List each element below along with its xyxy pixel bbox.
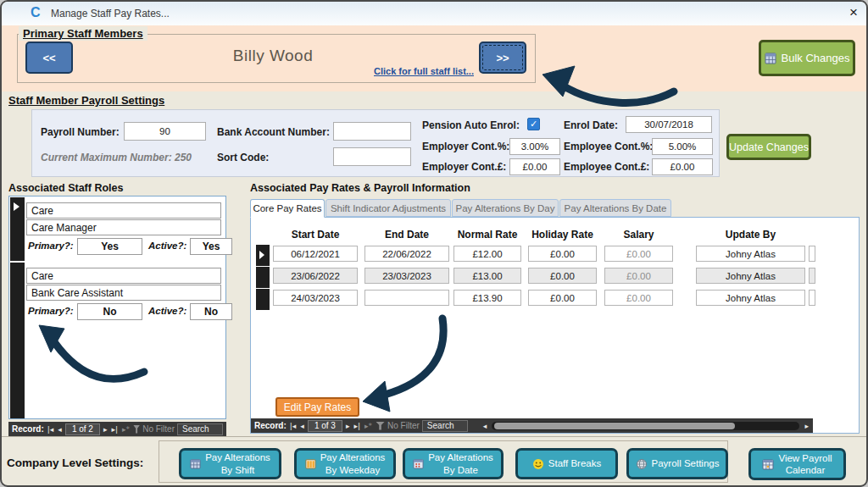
employer-amt-label: Employer Cont.£: <box>422 161 506 173</box>
tab-core-pay-rates[interactable]: Core Pay Rates <box>250 199 325 218</box>
salary-cell[interactable]: £0.00 <box>604 268 673 284</box>
last-record-button[interactable]: ▸| <box>353 422 361 430</box>
normal-rate-cell[interactable]: £13.90 <box>453 290 521 306</box>
bank-account-label: Bank Account Number: <box>217 126 330 138</box>
current-record-arrow-icon <box>14 202 19 211</box>
row-selector[interactable] <box>256 289 270 310</box>
row-selector[interactable] <box>256 245 270 266</box>
employee-pct-field[interactable]: 5.00% <box>652 138 713 155</box>
record-label: Record: <box>12 424 44 434</box>
primary-value-field[interactable]: Yes <box>77 238 142 255</box>
previous-staff-button[interactable]: << <box>25 42 73 74</box>
no-filter-label[interactable]: No Filter <box>142 424 175 434</box>
holiday-rate-cell[interactable]: £0.00 <box>528 290 597 306</box>
holiday-rate-cell[interactable]: £0.00 <box>528 268 597 284</box>
role-field[interactable]: Care <box>26 268 221 284</box>
staff-roles-heading: Associated Staff Roles <box>8 182 123 194</box>
salary-cell[interactable]: £0.00 <box>604 290 673 306</box>
tab-pay-alterations-by-date[interactable]: Pay Alterations By Date <box>559 199 671 217</box>
roles-search-input[interactable]: Search <box>177 423 223 435</box>
filter-icon[interactable] <box>133 425 140 434</box>
end-date-cell[interactable]: 23/03/2023 <box>364 268 449 284</box>
button-label: Pay AlterationsBy Weekday <box>320 451 386 476</box>
next-record-button[interactable]: ▸ <box>345 422 351 430</box>
end-date-cell[interactable]: 22/06/2022 <box>364 246 449 262</box>
view-payroll-calendar-button[interactable]: View PayrollCalendar <box>748 448 846 480</box>
active-value-field[interactable]: Yes <box>190 238 232 255</box>
next-record-button[interactable]: ▸ <box>103 425 108 434</box>
update-by-cell[interactable]: Johny Atlas <box>696 290 805 306</box>
end-date-cell[interactable] <box>364 290 449 306</box>
button-label: Payroll Settings <box>652 457 720 469</box>
previous-record-button[interactable]: ◂ <box>57 425 63 434</box>
button-label: View PayrollCalendar <box>778 452 832 477</box>
staff-roles-list: Care Care Manager Primary?: Yes Active?:… <box>8 196 226 419</box>
salary-cell[interactable]: £0.00 <box>604 246 673 262</box>
next-staff-button[interactable]: >> <box>479 42 526 74</box>
weekday-columns-icon <box>305 458 316 469</box>
window-title: Manage Staff Pay Rates... <box>51 8 170 19</box>
edit-pay-rates-button[interactable]: Edit Pay Rates <box>275 397 359 417</box>
employer-pct-field[interactable]: 3.00% <box>509 138 560 155</box>
start-date-cell[interactable]: 23/06/2022 <box>273 268 358 284</box>
normal-rate-cell[interactable]: £12.00 <box>453 246 521 262</box>
new-record-button[interactable]: ▸* <box>364 422 373 430</box>
manage-staff-pay-rates-window: C Manage Staff Pay Rates... × Primary St… <box>0 0 868 487</box>
pay-alterations-by-date-button[interactable]: Pay AlterationsBy Date <box>403 448 504 479</box>
payroll-settings-button[interactable]: Payroll Settings <box>626 448 728 479</box>
row-selector[interactable] <box>256 267 270 288</box>
no-filter-label[interactable]: No Filter <box>387 421 420 430</box>
pension-auto-enrol-checkbox[interactable]: ✓ <box>527 118 540 130</box>
tab-shift-indicator-adjustments[interactable]: Shift Indicator Adjustments <box>326 199 451 217</box>
sort-code-label: Sort Code: <box>217 152 269 163</box>
previous-record-button[interactable]: ◂ <box>299 422 305 430</box>
active-label: Active?: <box>148 241 186 251</box>
staff-breaks-button[interactable]: Staff Breaks <box>515 448 618 479</box>
current-row-arrow-icon <box>259 251 264 259</box>
first-record-button[interactable]: |◂ <box>47 425 55 434</box>
record-selector[interactable] <box>10 263 25 418</box>
pay-alterations-by-weekday-button[interactable]: Pay AlterationsBy Weekday <box>294 448 396 479</box>
role-field[interactable]: Care <box>26 202 221 219</box>
employer-amt-field[interactable]: £0.00 <box>509 158 560 175</box>
full-staff-list-link[interactable]: Click for full staff list... <box>356 66 492 76</box>
employer-pct-label: Employer Cont.%: <box>422 141 509 152</box>
update-changes-button[interactable]: Update Changes <box>726 134 811 160</box>
pay-rates-search-input[interactable]: Search <box>422 420 468 432</box>
globe-icon <box>636 458 648 470</box>
payroll-number-field[interactable]: 90 <box>124 122 206 141</box>
pay-alterations-by-shift-button[interactable]: Pay AlterationsBy Shift <box>179 448 281 479</box>
bank-account-field[interactable] <box>333 122 411 141</box>
role-title-field[interactable]: Care Manager <box>26 219 221 235</box>
primary-value-field[interactable]: No <box>77 303 142 320</box>
enrol-date-field[interactable]: 30/07/2018 <box>626 116 712 133</box>
new-record-button[interactable]: ▸* <box>121 425 131 434</box>
scrollbar-thumb[interactable] <box>494 423 734 429</box>
role-title-field[interactable]: Bank Care Assistant <box>26 285 221 301</box>
horizontal-scrollbar[interactable] <box>492 422 799 430</box>
last-record-button[interactable]: ▸| <box>110 425 119 434</box>
scroll-right-button[interactable]: ▸ <box>804 422 810 430</box>
filter-icon[interactable] <box>376 422 385 430</box>
close-button[interactable]: × <box>849 4 858 21</box>
calendar-date-icon <box>413 458 424 469</box>
first-record-button[interactable]: |◂ <box>289 422 298 430</box>
start-date-cell[interactable]: 06/12/2021 <box>273 246 358 262</box>
column-header: Salary <box>604 229 673 241</box>
start-date-cell[interactable]: 24/03/2023 <box>273 290 358 306</box>
title-bar: C Manage Staff Pay Rates... × <box>2 2 866 25</box>
active-value-field[interactable]: No <box>190 303 232 320</box>
update-by-cell[interactable]: Johny Atlas <box>696 268 805 284</box>
primary-staff-section: Primary Staff Members << Billy Wood Clic… <box>2 25 866 91</box>
employee-amt-field[interactable]: £0.00 <box>652 158 713 175</box>
bulk-changes-button[interactable]: Bulk Changes <box>759 40 855 76</box>
scroll-left-button[interactable]: ◂ <box>482 422 488 430</box>
sort-code-field[interactable] <box>333 147 411 166</box>
bulk-changes-label: Bulk Changes <box>782 52 850 64</box>
staff-name: Billy Wood <box>95 47 451 65</box>
tab-pay-alterations-by-day[interactable]: Pay Alterations By Day <box>452 199 559 217</box>
update-by-cell[interactable]: Johny Atlas <box>696 246 805 262</box>
holiday-rate-cell[interactable]: £0.00 <box>528 246 597 262</box>
record-selector[interactable] <box>10 197 25 261</box>
normal-rate-cell[interactable]: £13.00 <box>453 268 521 284</box>
